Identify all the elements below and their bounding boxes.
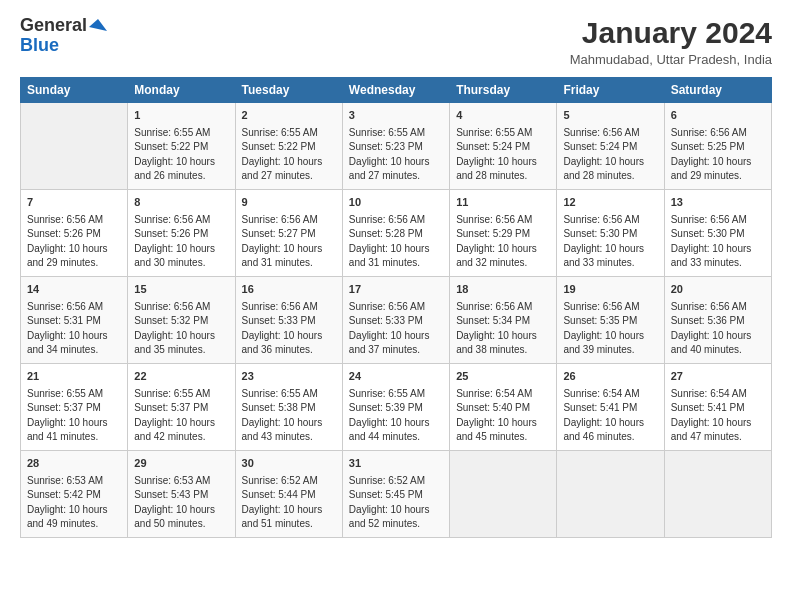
sunrise-text: Sunrise: 6:52 AM bbox=[349, 475, 425, 486]
daylight-text: Daylight: 10 hours bbox=[671, 156, 752, 167]
calendar-cell: 24Sunrise: 6:55 AMSunset: 5:39 PMDayligh… bbox=[342, 363, 449, 450]
day-number: 24 bbox=[349, 369, 443, 385]
sunrise-text: Sunrise: 6:55 AM bbox=[242, 388, 318, 399]
sunset-text: Sunset: 5:42 PM bbox=[27, 489, 101, 500]
header-row: Sunday Monday Tuesday Wednesday Thursday… bbox=[21, 78, 772, 103]
sunset-text: Sunset: 5:37 PM bbox=[27, 402, 101, 413]
header-thursday: Thursday bbox=[450, 78, 557, 103]
daylight-continuation: and 45 minutes. bbox=[456, 431, 527, 442]
sunset-text: Sunset: 5:28 PM bbox=[349, 228, 423, 239]
day-number: 27 bbox=[671, 369, 765, 385]
sunrise-text: Sunrise: 6:55 AM bbox=[134, 388, 210, 399]
subtitle: Mahmudabad, Uttar Pradesh, India bbox=[570, 52, 772, 67]
calendar-cell bbox=[557, 450, 664, 537]
sunset-text: Sunset: 5:40 PM bbox=[456, 402, 530, 413]
sunset-text: Sunset: 5:43 PM bbox=[134, 489, 208, 500]
calendar-cell: 6Sunrise: 6:56 AMSunset: 5:25 PMDaylight… bbox=[664, 103, 771, 190]
calendar-cell: 2Sunrise: 6:55 AMSunset: 5:22 PMDaylight… bbox=[235, 103, 342, 190]
calendar-cell: 30Sunrise: 6:52 AMSunset: 5:44 PMDayligh… bbox=[235, 450, 342, 537]
sunset-text: Sunset: 5:41 PM bbox=[563, 402, 637, 413]
calendar-cell bbox=[21, 103, 128, 190]
daylight-text: Daylight: 10 hours bbox=[563, 417, 644, 428]
sunrise-text: Sunrise: 6:56 AM bbox=[671, 301, 747, 312]
daylight-continuation: and 47 minutes. bbox=[671, 431, 742, 442]
daylight-continuation: and 27 minutes. bbox=[349, 170, 420, 181]
sunset-text: Sunset: 5:25 PM bbox=[671, 141, 745, 152]
daylight-continuation: and 37 minutes. bbox=[349, 344, 420, 355]
sunrise-text: Sunrise: 6:56 AM bbox=[563, 127, 639, 138]
daylight-continuation: and 39 minutes. bbox=[563, 344, 634, 355]
day-number: 21 bbox=[27, 369, 121, 385]
calendar-cell: 15Sunrise: 6:56 AMSunset: 5:32 PMDayligh… bbox=[128, 276, 235, 363]
sunset-text: Sunset: 5:41 PM bbox=[671, 402, 745, 413]
daylight-continuation: and 28 minutes. bbox=[456, 170, 527, 181]
day-number: 15 bbox=[134, 282, 228, 298]
day-number: 12 bbox=[563, 195, 657, 211]
sunrise-text: Sunrise: 6:56 AM bbox=[671, 214, 747, 225]
daylight-continuation: and 36 minutes. bbox=[242, 344, 313, 355]
day-number: 5 bbox=[563, 108, 657, 124]
sunset-text: Sunset: 5:38 PM bbox=[242, 402, 316, 413]
daylight-continuation: and 44 minutes. bbox=[349, 431, 420, 442]
logo-bird-icon bbox=[89, 17, 107, 35]
sunrise-text: Sunrise: 6:55 AM bbox=[349, 127, 425, 138]
sunrise-text: Sunrise: 6:55 AM bbox=[456, 127, 532, 138]
daylight-text: Daylight: 10 hours bbox=[456, 330, 537, 341]
daylight-continuation: and 42 minutes. bbox=[134, 431, 205, 442]
calendar-cell: 31Sunrise: 6:52 AMSunset: 5:45 PMDayligh… bbox=[342, 450, 449, 537]
day-number: 20 bbox=[671, 282, 765, 298]
sunset-text: Sunset: 5:23 PM bbox=[349, 141, 423, 152]
daylight-continuation: and 38 minutes. bbox=[456, 344, 527, 355]
day-number: 9 bbox=[242, 195, 336, 211]
daylight-continuation: and 40 minutes. bbox=[671, 344, 742, 355]
header-tuesday: Tuesday bbox=[235, 78, 342, 103]
sunrise-text: Sunrise: 6:55 AM bbox=[349, 388, 425, 399]
calendar-week-5: 28Sunrise: 6:53 AMSunset: 5:42 PMDayligh… bbox=[21, 450, 772, 537]
calendar-cell: 19Sunrise: 6:56 AMSunset: 5:35 PMDayligh… bbox=[557, 276, 664, 363]
daylight-text: Daylight: 10 hours bbox=[134, 504, 215, 515]
day-number: 14 bbox=[27, 282, 121, 298]
logo-general: General bbox=[20, 16, 87, 36]
header-monday: Monday bbox=[128, 78, 235, 103]
calendar-cell bbox=[450, 450, 557, 537]
calendar-cell: 8Sunrise: 6:56 AMSunset: 5:26 PMDaylight… bbox=[128, 189, 235, 276]
day-number: 29 bbox=[134, 456, 228, 472]
daylight-text: Daylight: 10 hours bbox=[27, 330, 108, 341]
daylight-continuation: and 34 minutes. bbox=[27, 344, 98, 355]
sunrise-text: Sunrise: 6:53 AM bbox=[27, 475, 103, 486]
daylight-continuation: and 31 minutes. bbox=[242, 257, 313, 268]
sunrise-text: Sunrise: 6:56 AM bbox=[563, 301, 639, 312]
header-friday: Friday bbox=[557, 78, 664, 103]
sunset-text: Sunset: 5:34 PM bbox=[456, 315, 530, 326]
daylight-continuation: and 26 minutes. bbox=[134, 170, 205, 181]
calendar-cell: 22Sunrise: 6:55 AMSunset: 5:37 PMDayligh… bbox=[128, 363, 235, 450]
sunset-text: Sunset: 5:30 PM bbox=[671, 228, 745, 239]
calendar-cell: 13Sunrise: 6:56 AMSunset: 5:30 PMDayligh… bbox=[664, 189, 771, 276]
calendar-cell: 27Sunrise: 6:54 AMSunset: 5:41 PMDayligh… bbox=[664, 363, 771, 450]
calendar-body: 1Sunrise: 6:55 AMSunset: 5:22 PMDaylight… bbox=[21, 103, 772, 538]
header-wednesday: Wednesday bbox=[342, 78, 449, 103]
daylight-continuation: and 52 minutes. bbox=[349, 518, 420, 529]
sunrise-text: Sunrise: 6:54 AM bbox=[563, 388, 639, 399]
sunset-text: Sunset: 5:31 PM bbox=[27, 315, 101, 326]
daylight-text: Daylight: 10 hours bbox=[563, 243, 644, 254]
calendar-cell: 10Sunrise: 6:56 AMSunset: 5:28 PMDayligh… bbox=[342, 189, 449, 276]
daylight-text: Daylight: 10 hours bbox=[242, 330, 323, 341]
sunset-text: Sunset: 5:29 PM bbox=[456, 228, 530, 239]
daylight-text: Daylight: 10 hours bbox=[134, 243, 215, 254]
logo: General Blue bbox=[20, 16, 107, 56]
calendar-cell: 16Sunrise: 6:56 AMSunset: 5:33 PMDayligh… bbox=[235, 276, 342, 363]
calendar-cell: 3Sunrise: 6:55 AMSunset: 5:23 PMDaylight… bbox=[342, 103, 449, 190]
daylight-continuation: and 33 minutes. bbox=[563, 257, 634, 268]
day-number: 18 bbox=[456, 282, 550, 298]
daylight-continuation: and 49 minutes. bbox=[27, 518, 98, 529]
calendar-header: Sunday Monday Tuesday Wednesday Thursday… bbox=[21, 78, 772, 103]
daylight-text: Daylight: 10 hours bbox=[242, 156, 323, 167]
title-block: January 2024 Mahmudabad, Uttar Pradesh, … bbox=[570, 16, 772, 67]
calendar-cell: 4Sunrise: 6:55 AMSunset: 5:24 PMDaylight… bbox=[450, 103, 557, 190]
day-number: 8 bbox=[134, 195, 228, 211]
sunset-text: Sunset: 5:30 PM bbox=[563, 228, 637, 239]
day-number: 22 bbox=[134, 369, 228, 385]
sunrise-text: Sunrise: 6:54 AM bbox=[456, 388, 532, 399]
daylight-continuation: and 43 minutes. bbox=[242, 431, 313, 442]
